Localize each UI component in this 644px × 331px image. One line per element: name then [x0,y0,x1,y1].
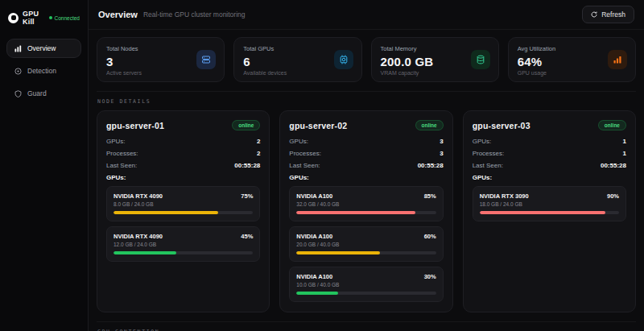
utilization-bar-fill [296,211,415,214]
status-badge: online [598,120,626,130]
gpu-item: NVIDIA A10085% 32.0 GB / 40.0 GB [289,186,443,221]
utilization-bar [114,211,253,214]
gpu-memory: 20.0 GB / 40.0 GB [296,242,436,247]
stats-row: Total Nodes 3 Active servers Total GPUs … [97,37,636,82]
app-logo-icon [8,13,19,23]
refresh-icon [591,11,597,18]
sidebar-item-label: Detection [27,67,56,75]
gpu-item: NVIDIA A10030% 10.0 GB / 40.0 GB [289,267,443,302]
connection-label: Connected [55,15,80,21]
sidebar-item-overview[interactable]: Overview [6,39,81,58]
node-name: gpu-server-02 [289,121,347,130]
shield-icon [14,90,22,97]
gpu-item: NVIDIA RTX 409045% 12.0 GB / 24.0 GB [106,226,260,262]
page-subtitle: Real-time GPU cluster monitoring [143,10,246,19]
node-card-gpu-server-02: gpu-server-02 online GPUs:3 Processes:3 … [279,110,452,312]
sidebar: GPU Kill Connected Overview Detection Gu… [0,0,89,331]
node-last-seen-row: Last Seen:00:55:28 [289,162,443,169]
gpu-model: NVIDIA RTX 4090 [114,233,163,240]
gpu-contention-section: GPU CONTENTION Blocked GPUs NVIDIA RTX 3… [97,321,636,331]
content: Total Nodes 3 Active servers Total GPUs … [89,30,644,331]
gpu-utilization: 75% [241,192,253,200]
node-name: gpu-server-01 [106,121,164,130]
node-gpus-row: GPUs:1 [473,138,626,145]
gpu-list-label: GPUs: [289,174,443,181]
radar-icon [14,68,22,75]
gpu-list-label: GPUs: [106,174,260,181]
refresh-label: Refresh [601,10,625,19]
sidebar-item-detection[interactable]: Detection [6,61,81,81]
utilization-bar [296,251,436,254]
gpu-model: NVIDIA RTX 3090 [480,192,529,200]
node-name: gpu-server-03 [473,121,530,130]
gpu-memory: 18.0 GB / 24.0 GB [480,201,619,207]
gpu-memory: 32.0 GB / 40.0 GB [296,201,436,207]
server-icon [196,50,216,69]
gpu-item: NVIDIA RTX 409075% 8.0 GB / 24.0 GB [106,186,260,221]
utilization-bar [480,211,619,214]
bars-icon [608,50,627,69]
stat-card-total-nodes: Total Nodes 3 Active servers [97,37,225,82]
node-last-seen-row: Last Seen:00:55:28 [106,162,260,169]
utilization-bar-fill [296,251,380,254]
node-cards-grid: gpu-server-01 online GPUs:2 Processes:2 … [97,110,636,312]
stat-sublabel: Active servers [106,70,215,76]
status-badge: online [415,120,444,130]
gpu-memory: 10.0 GB / 40.0 GB [296,282,436,288]
stat-card-avg-utilization: Avg Utilization 64% GPU usage [508,37,636,82]
gpu-item: NVIDIA RTX 309090% 18.0 GB / 24.0 GB [473,186,626,221]
page-title: Overview [98,10,138,19]
utilization-bar [296,292,436,295]
gpu-item: NVIDIA A10060% 20.0 GB / 40.0 GB [289,226,443,262]
gpu-utilization: 60% [424,233,436,240]
sidebar-item-label: Overview [27,44,56,52]
app-name: GPU Kill [23,10,45,26]
database-icon [471,50,490,69]
utilization-bar-fill [114,211,218,214]
node-processes-row: Processes:3 [289,150,443,157]
node-card-gpu-server-03: gpu-server-03 online GPUs:1 Processes:1 … [463,110,636,312]
main-area: Overview Real-time GPU cluster monitorin… [89,0,644,331]
gpu-memory: 8.0 GB / 24.0 GB [114,201,253,207]
page-header: Overview Real-time GPU cluster monitorin… [89,0,644,30]
utilization-bar-fill [114,251,176,254]
status-dot-icon [49,16,52,19]
gpu-memory: 12.0 GB / 24.0 GB [114,242,253,247]
gpu-model: NVIDIA A100 [296,273,332,280]
node-processes-row: Processes:2 [106,150,260,157]
bar-chart-icon [14,45,22,52]
stat-sublabel: GPU usage [518,70,626,76]
utilization-bar [296,211,436,214]
section-label-node-details: NODE DETAILS [97,98,635,105]
gpu-utilization: 90% [607,192,619,200]
node-gpus-row: GPUs:2 [106,138,260,145]
stat-sublabel: VRAM capacity [381,70,489,76]
node-last-seen-row: Last Seen:00:55:28 [473,162,626,169]
utilization-bar-fill [480,211,605,214]
node-gpus-row: GPUs:3 [289,138,443,145]
node-details-section: NODE DETAILS gpu-server-01 online GPUs:2… [97,91,636,312]
gpu-list-label: GPUs: [473,174,626,181]
status-badge: online [232,120,260,130]
sidebar-item-guard[interactable]: Guard [6,84,81,103]
gpu-utilization: 45% [241,233,253,240]
node-processes-row: Processes:1 [473,150,626,157]
sidebar-item-label: Guard [27,89,47,97]
gpu-model: NVIDIA RTX 4090 [114,192,163,200]
node-card-gpu-server-01: gpu-server-01 online GPUs:2 Processes:2 … [97,110,270,312]
utilization-bar [114,251,253,254]
gpu-utilization: 30% [424,273,436,280]
gpu-utilization: 85% [424,192,436,200]
stat-card-total-memory: Total Memory 200.0 GB VRAM capacity [371,37,499,82]
sidebar-nav: Overview Detection Guard [6,39,81,103]
refresh-button[interactable]: Refresh [582,6,634,23]
gpu-model: NVIDIA A100 [296,192,332,200]
app-logo-row: GPU Kill Connected [6,8,81,35]
gpu-model: NVIDIA A100 [296,233,332,240]
connection-status: Connected [49,15,80,21]
gpu-chip-icon [334,50,353,69]
stat-sublabel: Available devices [243,70,352,76]
utilization-bar-fill [296,292,338,295]
stat-card-total-gpus: Total GPUs 6 Available devices [233,37,361,82]
